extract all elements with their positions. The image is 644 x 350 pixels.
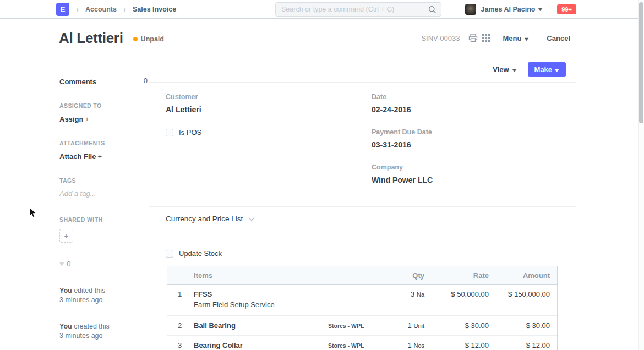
scrollbar-track[interactable] — [638, 0, 644, 350]
items-table: Items Qty Rate Amount 1 FFSS Farm Field … — [167, 266, 558, 350]
amount-header: Amount — [489, 271, 557, 280]
chevron-right-icon: › — [123, 5, 126, 13]
assigned-to-heading: ASSIGNED TO — [59, 102, 102, 109]
breadcrumb: E › Accounts › Sales Invoice — [56, 0, 176, 19]
chevron-down-icon — [248, 217, 255, 221]
activity-who: You — [59, 287, 72, 294]
activity-action: edited this — [74, 287, 105, 294]
page-head: Al Lettieri Unpaid SINV-00033 Menu▼ Canc… — [0, 19, 644, 57]
search-input[interactable] — [276, 6, 428, 13]
section-divider — [149, 233, 576, 233]
chevron-down-icon: ▼ — [537, 7, 544, 12]
item-rate: $ 30.00 — [424, 321, 489, 330]
update-stock-label: Update Stock — [179, 249, 222, 258]
item-code: Bearing Collar — [194, 341, 321, 349]
form-toolbar: View▼ Make▼ — [149, 57, 576, 83]
plus-icon: + — [97, 152, 102, 161]
assign-button[interactable]: Assign+ — [59, 114, 89, 124]
user-menu[interactable]: James Al Pacino — [481, 6, 536, 13]
heart-icon[interactable]: ♥ — [59, 259, 64, 268]
plus-icon: + — [64, 232, 68, 240]
add-share-button[interactable]: + — [59, 229, 73, 243]
item-qty: 1 — [408, 341, 412, 349]
item-code: Ball Bearing — [194, 321, 321, 330]
payment-due-date-value[interactable]: 03-31-2016 — [372, 140, 411, 149]
row-index: 1 — [167, 290, 192, 298]
chevron-down-icon: ▼ — [523, 36, 530, 42]
table-row[interactable]: 3 Bearing Collar Stores - WPL 1 Nos $ 12… — [167, 336, 557, 350]
company-label: Company — [372, 163, 403, 171]
attach-file-button[interactable]: Attach File+ — [59, 151, 102, 161]
print-icon[interactable] — [468, 34, 478, 42]
likes-count: 0 — [67, 260, 70, 268]
comments-count: 0 — [131, 76, 148, 85]
cancel-button[interactable]: Cancel — [547, 34, 570, 42]
sales-invoice-page: E › Accounts › Sales Invoice James Al Pa… — [0, 0, 644, 350]
table-row[interactable]: 2 Ball Bearing Stores - WPL 1 Unit $ 30.… — [167, 316, 557, 336]
items-header: Items — [192, 271, 321, 280]
item-uom: Na — [417, 291, 424, 298]
item-code: FFSS — [194, 290, 321, 298]
update-stock-field[interactable]: Update Stock — [166, 249, 222, 258]
item-qty: 3 — [411, 290, 414, 298]
company-value[interactable]: Wind Power LLC — [372, 176, 433, 184]
item-description: Farm Field Setup Service — [194, 300, 321, 309]
plus-icon: + — [85, 115, 89, 123]
activity-entry: You created this 3 minutes ago — [59, 322, 110, 341]
app-logo[interactable]: E — [56, 3, 69, 16]
shared-with-heading: SHARED WITH — [59, 216, 102, 223]
customer-label: Customer — [166, 93, 198, 101]
likes: ♥ 0 — [59, 259, 71, 268]
document-id: SINV-00033 — [421, 34, 460, 42]
chevron-down-icon: ▼ — [553, 68, 560, 73]
global-search — [275, 2, 441, 17]
chevron-right-icon: › — [76, 5, 79, 13]
attachments-heading: ATTACHMENTS — [59, 140, 105, 146]
mouse-cursor-icon — [29, 207, 37, 221]
row-index: 3 — [167, 341, 192, 349]
items-table-header: Items Qty Rate Amount — [167, 266, 557, 285]
user-avatar[interactable] — [465, 4, 476, 15]
item-amount: $ 30.00 — [489, 321, 557, 330]
notifications-badge[interactable]: 99+ — [557, 4, 576, 14]
item-uom: Unit — [413, 322, 424, 329]
currency-section-label: Currency and Price List — [166, 215, 243, 223]
status-dot-icon — [133, 37, 138, 41]
search-icon[interactable] — [428, 6, 436, 14]
activity-when: 3 minutes ago — [59, 331, 110, 341]
status-badge: Unpaid — [133, 35, 164, 43]
make-button[interactable]: Make▼ — [528, 62, 566, 77]
customer-value[interactable]: Al Lettieri — [166, 105, 201, 114]
item-uom: Nos — [413, 342, 424, 349]
item-rate: $ 50,000.00 — [424, 290, 489, 298]
is-pos-field[interactable]: Is POS — [166, 128, 201, 136]
grid-menu-icon[interactable] — [482, 34, 490, 42]
activity-when: 3 minutes ago — [59, 296, 105, 305]
row-index: 2 — [167, 321, 192, 330]
tags-heading: TAGS — [59, 177, 76, 184]
chevron-down-icon: ▼ — [511, 68, 517, 73]
table-row[interactable]: 1 FFSS Farm Field Setup Service 3 Na $ 5… — [167, 285, 557, 316]
is-pos-checkbox[interactable] — [166, 129, 173, 136]
breadcrumb-sales-invoice[interactable]: Sales Invoice — [133, 6, 176, 13]
page-title: Al Lettieri — [59, 30, 123, 47]
payment-due-date-label: Payment Due Date — [372, 128, 432, 136]
activity-who: You — [59, 322, 72, 330]
scrollbar-thumb[interactable] — [639, 2, 643, 123]
status-label: Unpaid — [141, 35, 164, 43]
currency-section-toggle[interactable]: Currency and Price List — [166, 215, 255, 223]
add-tag-input[interactable]: Add a tag... — [59, 189, 96, 198]
breadcrumb-accounts[interactable]: Accounts — [85, 6, 117, 13]
update-stock-checkbox[interactable] — [166, 250, 173, 258]
menu-button[interactable]: Menu▼ — [503, 34, 529, 42]
date-value[interactable]: 02-24-2016 — [372, 105, 411, 114]
activity-action: created this — [74, 322, 110, 330]
top-navbar: E › Accounts › Sales Invoice James Al Pa… — [0, 0, 644, 19]
navbar-user-area: James Al Pacino ▼ 99+ — [465, 0, 576, 19]
item-amount: $ 12.00 — [489, 341, 557, 349]
comments-link[interactable]: Comments — [59, 78, 96, 86]
item-rate: $ 12.00 — [424, 341, 489, 349]
sidebar-comments[interactable]: Comments 0 — [59, 76, 149, 86]
view-button[interactable]: View▼ — [493, 65, 516, 74]
item-warehouse: Stores - WPL — [321, 342, 383, 349]
